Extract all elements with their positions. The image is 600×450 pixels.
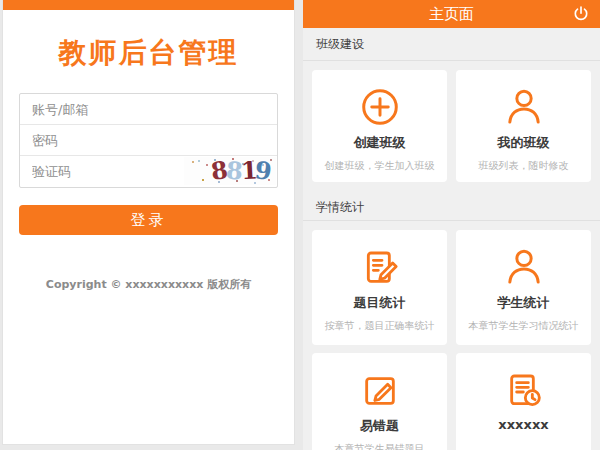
password-field-row bbox=[20, 125, 277, 156]
card-placeholder-feature[interactable]: xxxxxx bbox=[456, 353, 591, 450]
captcha-noise bbox=[192, 161, 194, 163]
login-button[interactable]: 登录 bbox=[19, 205, 278, 235]
captcha-digit: 8 bbox=[225, 157, 242, 185]
captcha-digit: 9 bbox=[254, 157, 272, 185]
class-building-cards: 创建班级 创建班级，学生加入班级 我的班级 班级列表，随时修改 bbox=[303, 61, 600, 182]
card-question-stats[interactable]: 题目统计 按章节，题目正确率统计 bbox=[312, 230, 447, 345]
card-subtitle: 按章节，题目正确率统计 bbox=[312, 319, 447, 333]
captcha-field-row: 8819 bbox=[20, 156, 277, 187]
card-title: 题目统计 bbox=[312, 294, 447, 312]
card-title: xxxxxx bbox=[456, 417, 591, 432]
plus-circle-icon bbox=[312, 85, 447, 129]
document-clock-icon bbox=[456, 368, 591, 412]
section-label-learning-stats: 学情统计 bbox=[303, 182, 600, 221]
card-subtitle: 本章节学生易错题目 bbox=[312, 442, 447, 450]
section-label-class-building: 班级建设 bbox=[303, 28, 600, 61]
card-subtitle: 创建班级，学生加入班级 bbox=[312, 159, 447, 173]
card-title: 创建班级 bbox=[312, 134, 447, 152]
square-pencil-icon bbox=[312, 368, 447, 412]
card-student-stats[interactable]: 学生统计 本章节学生学习情况统计 bbox=[456, 230, 591, 345]
account-field-row bbox=[20, 94, 277, 125]
card-subtitle: 班级列表，随时修改 bbox=[456, 159, 591, 173]
card-error-prone-questions[interactable]: 易错题 本章节学生易错题目 bbox=[312, 353, 447, 450]
card-title: 易错题 bbox=[312, 417, 447, 435]
password-input[interactable] bbox=[20, 125, 277, 155]
account-input[interactable] bbox=[20, 94, 277, 124]
main-header: 主页面 bbox=[303, 0, 600, 28]
login-form: 8819 bbox=[19, 93, 278, 188]
top-accent-bar bbox=[3, 0, 294, 10]
login-panel: 教师后台管理 8819 登录 Copyright © xxxxxxxxxxx 版… bbox=[2, 0, 295, 445]
learning-stats-cards: 题目统计 按章节，题目正确率统计 学生统计 本章节学生学习情况统计 易错题 本章… bbox=[303, 221, 600, 450]
card-subtitle: 本章节学生学习情况统计 bbox=[456, 319, 591, 333]
user-icon bbox=[456, 85, 591, 129]
document-pencil-icon bbox=[312, 245, 447, 289]
main-menu-panel: 主页面 班级建设 创建班级 创建班级，学生加入班级 bbox=[303, 0, 600, 450]
page-title: 教师后台管理 bbox=[3, 36, 294, 69]
card-create-class[interactable]: 创建班级 创建班级，学生加入班级 bbox=[312, 70, 447, 182]
card-title: 我的班级 bbox=[456, 134, 591, 152]
header-title: 主页面 bbox=[429, 5, 474, 24]
copyright-text: Copyright © xxxxxxxxxxx 版权所有 bbox=[3, 277, 294, 292]
power-icon[interactable] bbox=[571, 4, 591, 24]
card-title: 学生统计 bbox=[456, 294, 591, 312]
user-icon bbox=[456, 245, 591, 289]
captcha-image[interactable]: 8819 bbox=[184, 157, 276, 185]
card-my-classes[interactable]: 我的班级 班级列表，随时修改 bbox=[456, 70, 591, 182]
